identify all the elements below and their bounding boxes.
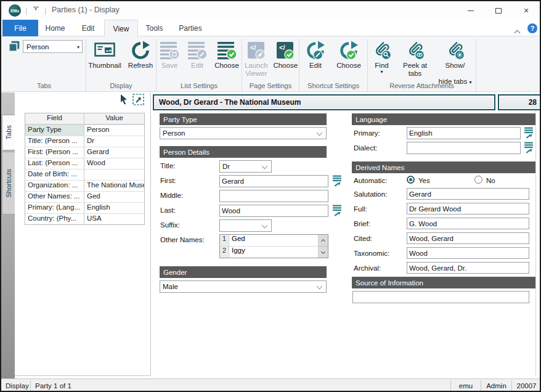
primary-language-lookup-button[interactable]: [524, 127, 534, 138]
field-cell[interactable]: Primary: (Lang...: [25, 203, 84, 213]
value-cell[interactable]: Wood: [84, 158, 144, 169]
value-cell[interactable]: USA: [84, 214, 144, 224]
ribbon-group-reverse-attachments: Find ▾ Peek at tabs: [368, 36, 476, 91]
thumbnail-button[interactable]: Thumbnail: [86, 39, 123, 70]
shortcut-edit-button[interactable]: Edit: [303, 39, 328, 70]
peek-at-tabs-paperclip-icon: [405, 39, 425, 62]
sidebar-tab-tabs[interactable]: Tabs: [2, 115, 15, 150]
table-row[interactable]: Title: (Person ...Dr: [25, 136, 144, 147]
value-cell[interactable]: Gerard: [84, 147, 144, 158]
table-row[interactable]: Primary: (Lang...English: [25, 202, 144, 213]
dialect-lookup-button[interactable]: [524, 142, 534, 153]
last-name-field[interactable]: [219, 205, 328, 217]
form-right-edge: [535, 92, 536, 376]
gender-dropdown[interactable]: Male: [160, 280, 327, 293]
primary-language-field[interactable]: [407, 127, 521, 139]
page-choose-button[interactable]: </ Choose: [272, 39, 299, 70]
table-row[interactable]: Organization: ...The National Museum: [25, 180, 144, 191]
field-cell[interactable]: Other Names: ...: [25, 192, 84, 202]
titlebar-separator: |: [25, 6, 27, 15]
help-button[interactable]: ?: [527, 23, 537, 33]
sidebar-tab-shortcuts[interactable]: Shortcuts: [2, 152, 15, 214]
automatic-yes-radio[interactable]: [407, 176, 415, 184]
automatic-no-radio[interactable]: [474, 176, 482, 184]
shortcut-choose-button[interactable]: Choose: [333, 39, 364, 70]
field-cell[interactable]: Country: (Phy...: [25, 214, 84, 224]
scroll-down-button[interactable]: [319, 246, 328, 258]
cited-name-field[interactable]: [407, 232, 529, 244]
tab-edit[interactable]: Edit: [72, 20, 104, 36]
field-cell[interactable]: Party Type: [25, 125, 84, 136]
chevron-up-icon: [515, 30, 521, 36]
source-of-information-field[interactable]: [352, 291, 529, 303]
other-name-row[interactable]: 2 Iggy: [220, 247, 318, 258]
tab-home[interactable]: Home: [38, 20, 72, 36]
other-name-row[interactable]: 1 Ged: [220, 235, 318, 247]
salutation-field[interactable]: [407, 188, 529, 200]
section-header-party-type: Party Type: [160, 113, 327, 125]
refresh-button[interactable]: Refresh: [125, 39, 156, 70]
title-dropdown[interactable]: Dr: [219, 160, 272, 173]
first-name-field[interactable]: [219, 175, 328, 187]
value-cell[interactable]: English: [84, 203, 144, 213]
table-row[interactable]: Last: (Person ...Wood: [25, 158, 144, 169]
close-button[interactable]: ×: [516, 1, 536, 20]
brief-name-label: Brief:: [354, 220, 370, 227]
list-choose-button[interactable]: Choose: [212, 39, 242, 70]
caret-down-icon: ▾: [380, 70, 383, 75]
party-type-dropdown[interactable]: Person: [160, 127, 327, 139]
brief-name-field[interactable]: [407, 218, 529, 229]
full-name-field[interactable]: [407, 203, 529, 214]
other-name-value[interactable]: Iggy: [229, 247, 245, 258]
first-name-lookup-button[interactable]: [332, 175, 343, 186]
field-cell[interactable]: Organization: ...: [25, 181, 84, 191]
tab-tools[interactable]: Tools: [138, 20, 171, 36]
table-row[interactable]: Party TypePerson: [25, 125, 144, 136]
value-cell[interactable]: [84, 169, 144, 180]
last-name-lookup-button[interactable]: [332, 205, 343, 216]
dialect-field[interactable]: [407, 142, 521, 154]
other-names-scrollbar[interactable]: [318, 235, 328, 258]
stacked-tabs-icon[interactable]: [7, 39, 21, 55]
find-attachments-button[interactable]: Find ▾: [369, 39, 395, 75]
quick-access-dropdown[interactable]: ▾: [32, 7, 39, 11]
tab-parties[interactable]: Parties: [171, 20, 210, 36]
table-row[interactable]: First: (Person ...Gerard: [25, 147, 144, 158]
taxonomic-name-field[interactable]: [407, 247, 529, 259]
table-row[interactable]: Country: (Phy...USA: [25, 213, 144, 224]
chevron-up-icon: [321, 239, 325, 243]
tab-selector-dropdown[interactable]: Person ▾: [23, 40, 83, 53]
field-cell[interactable]: Date of Birth: ...: [25, 169, 84, 180]
peek-at-tabs-button[interactable]: Peek at tabs: [398, 39, 433, 78]
field-cell[interactable]: First: (Person ...: [25, 147, 84, 158]
launch-viewer-icon: </: [246, 39, 266, 62]
other-names-grid[interactable]: 1 Ged 2 Iggy: [219, 234, 328, 258]
pointer-mode-button[interactable]: [120, 94, 129, 107]
suffix-dropdown[interactable]: [219, 219, 272, 232]
marquee-select-button[interactable]: [132, 94, 145, 108]
tab-file[interactable]: File: [2, 20, 38, 36]
row-number: 1: [220, 235, 229, 246]
show-hide-tabs-button[interactable]: Show/ hide tabs ▾: [436, 39, 475, 86]
peek-at-tabs-label: Peek at tabs: [398, 62, 433, 78]
field-cell[interactable]: Title: (Person ...: [25, 136, 84, 147]
suffix-label: Suffix:: [160, 221, 180, 229]
scroll-up-button[interactable]: [319, 235, 328, 246]
middle-name-field[interactable]: [219, 190, 328, 202]
field-cell[interactable]: Last: (Person ...: [25, 158, 84, 169]
value-cell[interactable]: Dr: [84, 136, 144, 147]
value-cell[interactable]: The National Museum: [84, 181, 144, 191]
value-cell[interactable]: Person: [84, 125, 144, 136]
value-cell[interactable]: Ged: [84, 192, 144, 202]
last-name-label: Last:: [160, 206, 176, 214]
maximize-button[interactable]: [489, 1, 508, 20]
table-row[interactable]: Other Names: ...Ged: [25, 191, 144, 202]
tab-view[interactable]: View: [104, 20, 138, 37]
minimize-button[interactable]: [461, 1, 481, 20]
chevron-down-icon: [317, 284, 323, 290]
table-row[interactable]: Date of Birth: ...: [25, 169, 144, 180]
archival-name-field[interactable]: [407, 262, 529, 274]
other-name-value[interactable]: Ged: [229, 235, 245, 246]
lookup-list-icon: [332, 205, 343, 216]
thumbnail-label: Thumbnail: [88, 62, 121, 70]
